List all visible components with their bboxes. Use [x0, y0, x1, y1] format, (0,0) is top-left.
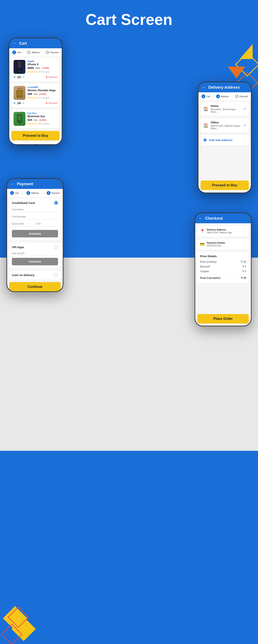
step2-label: Address [32, 51, 40, 54]
cart-header: ← Cart [9, 38, 62, 48]
price-row-label-0: Price (3 items) [200, 260, 216, 264]
card-continue-btn[interactable]: Continue [12, 230, 58, 238]
delivery-proceed-btn[interactable]: Proceed to Buy [201, 180, 249, 190]
progress-step-payment: 3 Payment [46, 50, 59, 54]
price-row-value-3: ₹ 50 [241, 276, 246, 280]
checkout-payment-section: 💳 Payment Details 9876543210@... [197, 239, 249, 250]
card-number-input[interactable] [12, 214, 58, 220]
item1-stars: ★★★★★ (270 Review) [28, 70, 57, 74]
qty-decrease-2[interactable]: + [14, 101, 16, 105]
price-row-value-1: ₹ 0 [242, 265, 246, 268]
expiry-wrapper [12, 221, 34, 226]
credit-card-option[interactable]: Credit/Debit Card Continue [9, 198, 61, 240]
cart-item1-top: Apple iPhone X $889 $899 17.94% ★★★★★ (2… [14, 60, 57, 74]
upi-option[interactable]: UPI Apps Continue [9, 242, 61, 268]
delivery-back-arrow[interactable]: ← [202, 85, 206, 90]
nav-cart-active[interactable]: 🛒 Cart [32, 144, 39, 144]
address-office[interactable]: 🏠 Office 5MG4+QHF, Madhav Nagar, Bhan...… [201, 118, 249, 132]
bag-product-img [14, 86, 25, 100]
item1-info: Apple iPhone X $889 $899 17.94% ★★★★★ (2… [28, 60, 57, 74]
step1-label: Cart [17, 51, 21, 54]
del-step1: 1 Cart [201, 94, 210, 98]
home-address-info: Home Bhandara, Shastrinagar, Bhan... [211, 104, 241, 113]
delivery-header: ← Delivery Address [198, 82, 251, 92]
checkout-delivery-row: 📍 Delivery Address 5MG4+QHF, Madhav Nag.… [200, 228, 246, 234]
cod-option[interactable]: Cash on Delivery [9, 270, 61, 280]
credit-card-radio[interactable] [54, 201, 58, 205]
item3-name: Bluetooth Aux [28, 115, 57, 118]
upi-header: UPI Apps [12, 245, 58, 249]
price-details-title: Price Details [200, 254, 246, 258]
add-address-btn[interactable]: ⊕ Add new Address [201, 135, 249, 145]
add-icon: ⊕ [203, 138, 207, 142]
location-icon: 📍 [200, 229, 205, 234]
cod-radio[interactable] [54, 273, 58, 277]
pay-step2: 2 Address [27, 191, 39, 195]
item3-brand: Car Aux [28, 112, 57, 114]
page-title: Cart Screen [0, 0, 258, 37]
price-row-label-2: Coupon [200, 270, 209, 273]
svg-rect-4 [17, 91, 22, 96]
delivery-spacer [198, 146, 251, 179]
card-expiry-input[interactable] [12, 221, 34, 226]
item2-stars: ★★★★★ (270 Review) [28, 96, 57, 100]
remove-btn-2[interactable]: 🗑 Remove [46, 102, 57, 104]
checkout-delivery-info: Delivery Address 5MG4+QHF, Madhav Nag... [207, 228, 246, 234]
checkout-body: 📍 Delivery Address 5MG4+QHF, Madhav Nag.… [195, 223, 251, 326]
card-cvv-input[interactable] [36, 221, 58, 226]
proceed-to-buy-btn[interactable]: Proceed to Buy [11, 131, 60, 140]
pay-step3-txt: Payment [51, 192, 60, 194]
price-row-2: Coupon ₹ 0 [200, 269, 246, 274]
card-name-input[interactable] [12, 207, 58, 212]
cart-item3-top: Car Aux Bluetooth Aux $25 $26 10.56% ★★★… [14, 112, 57, 126]
qty-increase-1[interactable]: − [22, 75, 24, 79]
del-step2-label: Address [221, 95, 229, 98]
price-row-3: Final Calculation ₹ 50 [200, 274, 246, 280]
del-step2-circle: 2 [216, 94, 220, 98]
item3-info: Car Aux Bluetooth Aux $25 $26 10.56% ★★★… [28, 112, 57, 126]
payment-back-arrow[interactable]: ← [11, 182, 15, 186]
upi-continue-btn[interactable]: Continue [12, 258, 58, 265]
item3-stars: ★★★★★ (270 Review) [28, 122, 57, 125]
phone-checkout: ← Checkout 📍 Delivery Address 5MG4+QHF, … [195, 212, 251, 326]
place-order-btn[interactable]: Place Order [197, 314, 249, 324]
pay-step1-circle: 1 [10, 191, 14, 195]
qty-value-2: 14 [17, 101, 21, 105]
step2-circle: 2 [27, 50, 31, 54]
qty-decrease-1[interactable]: + [14, 75, 16, 79]
qty-increase-2[interactable]: − [22, 101, 24, 105]
item1-name: iPhone X [28, 63, 57, 66]
address-home[interactable]: 🏠 Home Bhandara, Shastrinagar, Bhan... ✓ [201, 102, 249, 116]
office-address-detail: 5MG4+QHF, Madhav Nagar, Bhan... [211, 124, 241, 130]
cart-item-2: LouisWill Women Shoulder Bags $46 $48 14… [11, 84, 60, 107]
upi-link-input[interactable] [12, 251, 58, 256]
delivery-title: Delivery Address [208, 85, 240, 90]
checkout-payment-row: 💳 Payment Details 9876543210@... [200, 242, 246, 247]
phone-payment: ← Payment 1 [object Object] Cart 2 Addre… [7, 178, 63, 292]
item2-price: $46 $48 14.65% [28, 92, 57, 96]
checkout-payment-info: Payment Details 9876543210@... [207, 242, 246, 247]
card-expiry-cvv-row [12, 221, 58, 226]
back-arrow-icon[interactable]: ← [13, 41, 17, 46]
checkout-back-arrow[interactable]: ← [199, 216, 203, 221]
pay-step3: 3 Payment [47, 191, 60, 195]
price-rows: Price (3 items) ₹ 50Discount ₹ 0Coupon ₹… [200, 260, 246, 280]
del-step3: 3 Payment [235, 94, 248, 98]
svg-rect-1 [18, 62, 21, 68]
quantity-control-2: + 14 − [14, 101, 24, 105]
pay-step1: 1 [object Object] Cart [10, 191, 19, 195]
phone-delivery: ← Delivery Address 1 Cart 2 Address 3 Pa… [198, 82, 251, 193]
bottom-navigation: ⌂ ⊞ 🛒 Cart ♡ ≡ [9, 142, 62, 144]
cod-continue-btn[interactable]: Continue [9, 282, 61, 291]
progress-step-cart: 1 Cart [12, 50, 21, 54]
delivery-screen: ← Delivery Address 1 Cart 2 Address 3 Pa… [198, 82, 251, 192]
cart-progress: 1 Cart 2 Address 3 Payment [9, 48, 62, 56]
office-address-icon: 🏠 [203, 123, 209, 128]
progress-step-address: 2 Address [27, 50, 40, 54]
svg-point-2 [19, 71, 20, 72]
phone-cart: ← Cart 1 Cart 2 Address 3 Payment [9, 38, 62, 145]
cart-circle-icon: 🛒 [32, 144, 39, 144]
checkout-payment-value: 9876543210@... [207, 244, 246, 247]
upi-radio[interactable] [54, 245, 58, 249]
remove-btn-1[interactable]: 🗑 Home Remove [46, 76, 57, 78]
